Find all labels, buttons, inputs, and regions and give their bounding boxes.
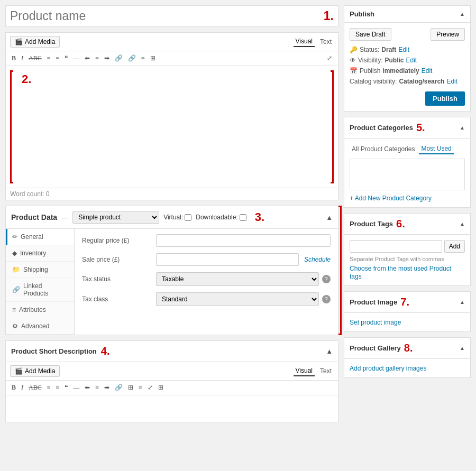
- add-gallery-link[interactable]: Add product gallery images: [350, 365, 426, 372]
- image-panel-header[interactable]: Product Image 7. ▲: [344, 292, 470, 313]
- categories-panel-header[interactable]: Product Categories 5. ▲: [344, 117, 470, 138]
- format-align-center[interactable]: ≡: [94, 53, 100, 63]
- cat-tab-most-used[interactable]: Most Used: [419, 144, 453, 154]
- add-media-button[interactable]: 🎬 Add Media: [10, 36, 60, 48]
- tab-text[interactable]: Text: [318, 36, 334, 47]
- sd-format-left[interactable]: ⬅: [83, 383, 91, 393]
- virtual-checkbox[interactable]: [185, 214, 191, 221]
- publish-button[interactable]: Publish: [425, 91, 465, 106]
- format-hr[interactable]: —: [71, 53, 81, 63]
- product-data-dash: —: [61, 214, 68, 221]
- tag-choose-link[interactable]: Choose from the most used Product tags: [350, 265, 451, 280]
- categories-collapse-btn[interactable]: ▲: [460, 125, 465, 131]
- short-desc-tab-text[interactable]: Text: [318, 366, 334, 376]
- short-desc-add-media-btn[interactable]: 🎬 Add Media: [10, 365, 60, 377]
- status-edit-link[interactable]: Edit: [398, 46, 409, 53]
- tab-visual[interactable]: Visual: [294, 36, 315, 47]
- format-fullscreen[interactable]: ⤢: [325, 53, 334, 63]
- format-blockquote[interactable]: ❝: [63, 53, 69, 63]
- sidebar-item-linked[interactable]: 🔗 Linked Products: [6, 278, 74, 302]
- tag-input[interactable]: [350, 240, 442, 253]
- format-ul[interactable]: ≡: [45, 53, 52, 63]
- short-desc-tab-visual[interactable]: Visual: [294, 366, 315, 376]
- format-align-left[interactable]: ⬅: [83, 53, 91, 63]
- publish-panel-header[interactable]: Publish ▲: [344, 6, 470, 23]
- sd-format-bold[interactable]: B: [10, 383, 17, 393]
- short-desc-content[interactable]: [6, 395, 338, 422]
- short-desc-header: Product Short Description 4. ▲: [6, 341, 338, 362]
- format-table[interactable]: ⊞: [149, 53, 157, 63]
- tags-title: Product Tags: [350, 220, 393, 228]
- sd-format-insert-more[interactable]: ≡: [137, 383, 144, 393]
- tax-class-select[interactable]: Standard Reduced Rate Zero Rate: [156, 292, 319, 306]
- format-bold[interactable]: B: [10, 53, 17, 63]
- categories-panel-body: All Product Categories Most Used + Add N…: [344, 138, 470, 207]
- set-image-link[interactable]: Set product image: [350, 319, 401, 326]
- sd-format-ol[interactable]: ≡: [54, 383, 61, 393]
- cat-tab-all[interactable]: All Product Categories: [350, 144, 417, 154]
- publish-time-row: 📅 Publish immediately Edit: [350, 67, 465, 75]
- editor-content-area[interactable]: 2.: [6, 66, 338, 188]
- format-link[interactable]: 🔗: [113, 53, 124, 63]
- sidebar-item-attributes[interactable]: ≡ Attributes: [6, 302, 74, 318]
- format-insert-more[interactable]: ≡: [140, 53, 147, 63]
- visibility-edit-link[interactable]: Edit: [406, 57, 417, 64]
- editor-bracket-right: [331, 70, 334, 183]
- preview-button[interactable]: Preview: [431, 28, 465, 41]
- product-name-input[interactable]: [10, 9, 319, 23]
- sd-format-fullscreen[interactable]: ⊞: [126, 383, 135, 393]
- format-unlink[interactable]: 🔗: [126, 53, 138, 63]
- downloadable-checkbox[interactable]: [240, 214, 246, 221]
- sd-format-quote[interactable]: ❝: [63, 383, 69, 393]
- sd-format-ul[interactable]: ≡: [45, 383, 52, 393]
- sd-format-italic[interactable]: I: [20, 383, 25, 393]
- product-data-bracket-right: [338, 206, 342, 335]
- tax-class-help-icon[interactable]: ?: [322, 295, 331, 303]
- tax-status-select[interactable]: Taxable Shipping only None: [156, 272, 319, 286]
- image-collapse-btn[interactable]: ▲: [460, 299, 465, 305]
- regular-price-input[interactable]: [156, 234, 331, 247]
- sidebar-item-advanced[interactable]: ⚙ Advanced: [6, 318, 74, 335]
- publish-edit-link[interactable]: Edit: [422, 67, 433, 75]
- sd-format-right[interactable]: ➡: [103, 383, 111, 393]
- sidebar-item-general[interactable]: ✏ General: [6, 229, 74, 245]
- regular-price-label: Regular price (£): [82, 237, 151, 244]
- format-italic[interactable]: I: [20, 53, 25, 63]
- short-desc-collapse[interactable]: ▲: [326, 347, 333, 355]
- product-data-collapse-btn[interactable]: ▲: [326, 214, 333, 221]
- schedule-link[interactable]: Schedule: [304, 256, 331, 263]
- tax-status-help-icon[interactable]: ?: [322, 275, 331, 283]
- add-media-icon: 🎬: [15, 38, 23, 45]
- sd-format-center[interactable]: ≡: [94, 383, 100, 393]
- tags-collapse-btn[interactable]: ▲: [460, 221, 465, 227]
- sale-price-input[interactable]: [156, 253, 299, 266]
- format-strikethrough[interactable]: ABC: [27, 53, 43, 63]
- editor-bracket-left: [10, 70, 13, 183]
- sidebar-item-shipping[interactable]: 📁 Shipping: [6, 262, 74, 278]
- add-category-link[interactable]: + Add New Product Category: [350, 195, 465, 202]
- sd-format-link[interactable]: 🔗: [113, 383, 124, 393]
- gallery-panel-header[interactable]: Product Gallery 8. ▲: [344, 338, 470, 359]
- sd-format-strike[interactable]: ABC: [27, 383, 43, 393]
- gallery-collapse-btn[interactable]: ▲: [460, 345, 465, 351]
- catalog-edit-link[interactable]: Edit: [446, 78, 457, 85]
- product-data-number: 3.: [255, 210, 264, 224]
- cat-list-box[interactable]: [350, 159, 465, 190]
- product-type-select[interactable]: Simple product Grouped product External/…: [72, 211, 159, 224]
- sidebar-item-inventory[interactable]: ◆ Inventory: [6, 245, 74, 262]
- inventory-icon: ◆: [12, 250, 17, 257]
- sd-format-table[interactable]: ⊞: [157, 383, 165, 393]
- tag-input-row: Add: [350, 240, 465, 253]
- sd-format-hr[interactable]: —: [71, 383, 81, 393]
- publish-collapse-btn[interactable]: ▲: [460, 11, 465, 17]
- format-ol[interactable]: ≡: [54, 53, 61, 63]
- format-align-right[interactable]: ➡: [103, 53, 111, 63]
- tag-add-btn[interactable]: Add: [444, 240, 465, 253]
- catalog-row: Catalog visibility: Catalog/search Edit: [350, 78, 465, 85]
- sd-format-expand[interactable]: ⤢: [146, 383, 154, 393]
- tag-hint: Separate Product Tags with commas: [350, 256, 465, 262]
- product-name-container: 1.: [5, 5, 338, 27]
- editor-number: 2.: [22, 72, 31, 86]
- tags-panel-header[interactable]: Product Tags 6. ▲: [344, 214, 470, 235]
- save-draft-button[interactable]: Save Draft: [350, 28, 391, 41]
